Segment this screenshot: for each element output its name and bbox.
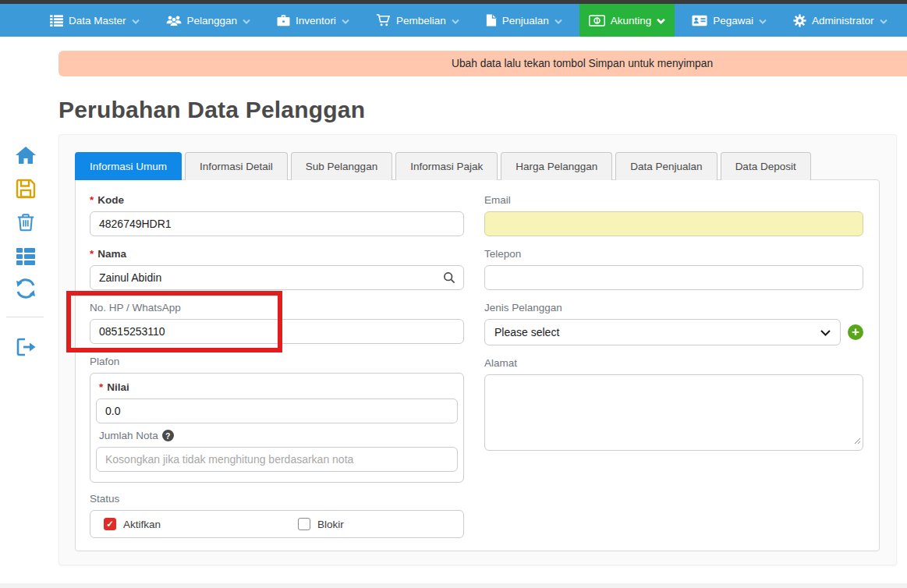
svg-text:1: 1 [595,17,598,23]
nav-item-penjualan[interactable]: Penjualan [477,4,572,37]
field-plafon: Plafon *Nilai Jumlah Nota? [90,356,464,483]
required-mark: * [99,381,103,393]
kode-label: *Kode [90,194,464,206]
field-telepon: Telepon [484,248,863,290]
tab-informasi-umum[interactable]: Informasi Umum [75,152,182,180]
trash-icon[interactable] [13,210,38,235]
nav-label: Pegawai [713,15,753,27]
home-icon[interactable] [13,143,38,168]
jumlah-nota-label: Jumlah Nota? [96,430,458,441]
tab-informasi-detail[interactable]: Informasi Detail [185,152,288,180]
logout-icon[interactable] [13,335,38,360]
chevron-down-icon [759,15,767,27]
resize-grip-icon[interactable] [854,434,861,448]
nav-label: Penjualan [502,15,549,27]
tab-bar: Informasi Umum Informasi Detail Sub Pela… [75,152,896,180]
required-mark: * [90,194,94,206]
page-title: Perubahan Data Pelanggan [58,97,907,123]
list-view-icon[interactable] [13,243,38,268]
nav-item-pelanggan[interactable]: Pelanggan [157,4,260,37]
jumlah-nota-input[interactable] [96,447,458,472]
tab-content: *Kode *Nama No. HP / WhatsApp [75,179,880,551]
tab-data-deposit[interactable]: Data Deposit [721,152,811,180]
nilai-input[interactable] [96,398,458,423]
blokir-checkbox-group[interactable]: Blokir [298,518,344,530]
bottom-edge [0,583,907,588]
required-mark: * [90,248,94,260]
help-icon[interactable]: ? [162,430,174,441]
chevron-down-icon [880,15,888,27]
gear-icon [793,14,806,27]
aktifkan-label: Aktifkan [123,519,161,530]
hp-label: No. HP / WhatsApp [90,302,464,313]
plafon-label: Plafon [90,356,464,367]
tab-informasi-pajak[interactable]: Informasi Pajak [395,152,498,180]
nav-label: Pelanggan [187,15,238,27]
hp-input[interactable] [90,319,464,344]
field-kode: *Kode [90,194,464,236]
kode-input[interactable] [90,211,464,236]
alert-banner: Ubah data lalu tekan tombol Simpan untuk… [58,51,907,76]
nav-label: Inventori [296,15,336,27]
jenis-pelanggan-label: Jenis Pelanggan [484,302,863,313]
content-panel: Informasi Umum Informasi Detail Sub Pela… [58,134,897,565]
blokir-checkbox[interactable] [298,518,310,530]
idcard-icon [692,15,707,27]
nav-item-data-master[interactable]: Data Master [41,4,149,37]
left-sidebar [0,37,58,588]
aktifkan-checkbox[interactable]: ✓ [104,518,116,530]
nav-label: Akunting [611,15,652,27]
chevron-down-icon [452,15,459,27]
cart-icon [376,14,391,27]
select-value: Please select [494,326,559,338]
status-box: ✓ Aktifkan Blokir [90,510,464,538]
nav-item-pegawai[interactable]: Pegawai [682,4,776,37]
chevron-down-icon [342,15,349,27]
telepon-label: Telepon [484,248,863,260]
field-nama: *Nama [90,248,464,290]
telepon-input[interactable] [484,265,863,290]
field-hp: No. HP / WhatsApp [90,302,464,344]
tab-harga-pelanggan[interactable]: Harga Pelanggan [501,152,612,180]
nama-input[interactable] [90,265,464,290]
save-icon[interactable] [13,176,38,201]
document-icon [486,14,497,27]
alert-message: Ubah data lalu tekan tombol Simpan untuk… [452,58,713,69]
money-icon: 1 [589,15,605,27]
chevron-down-icon [243,15,250,27]
top-navbar: Data Master Pelanggan Inventori Pembelia… [0,4,907,37]
nav-label: Pembelian [396,15,446,27]
plafon-group-box: *Nilai Jumlah Nota? [90,373,464,483]
field-email: Email [484,194,863,236]
alamat-textarea[interactable] [484,374,863,451]
nav-label: Administrator [812,15,874,27]
aktifkan-checkbox-group[interactable]: ✓ Aktifkan [104,518,298,530]
nama-label: *Nama [90,248,464,260]
nav-item-akunting[interactable]: 1 Akunting [579,4,675,37]
email-label: Email [484,194,863,206]
jenis-pelanggan-select[interactable]: Please select [484,319,841,345]
add-jenis-pelanggan-button[interactable]: + [848,324,863,340]
nav-item-administrator[interactable]: Administrator [784,4,897,37]
field-alamat: Alamat [484,357,863,454]
nilai-label: *Nilai [96,381,458,393]
people-icon [166,15,182,27]
chevron-down-icon [554,15,562,27]
chevron-down-icon [820,326,831,338]
main-content: Ubah data lalu tekan tombol Simpan untuk… [58,51,907,565]
chevron-down-icon [657,15,665,27]
nav-label: Data Master [69,15,126,27]
sidebar-divider [6,317,44,317]
field-jenis-pelanggan: Jenis Pelanggan Please select + [484,302,863,345]
chevron-down-icon [132,15,140,27]
nav-item-inventori[interactable]: Inventori [267,4,359,37]
status-label: Status [90,493,464,505]
tab-data-penjualan[interactable]: Data Penjualan [615,152,717,180]
nav-item-pembelian[interactable]: Pembelian [367,4,469,37]
search-icon[interactable] [443,271,455,284]
tab-sub-pelanggan[interactable]: Sub Pelanggan [291,152,392,180]
field-status: Status ✓ Aktifkan Blokir [90,493,464,538]
refresh-icon[interactable] [13,276,38,301]
email-input[interactable] [484,211,863,236]
blokir-label: Blokir [317,519,344,530]
